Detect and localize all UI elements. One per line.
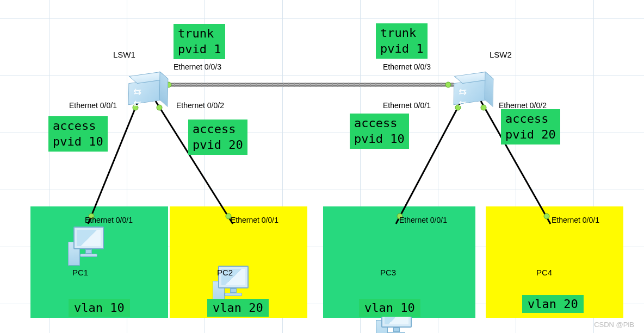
vlan-label: vlan 10 [359,299,420,317]
port-mode-tag: trunk pvid 1 [174,24,225,59]
vlan-label: vlan 10 [69,299,130,317]
port-mode-tag: access pvid 20 [501,109,560,144]
switch-label: LSW2 [490,50,512,59]
port-mode-tag: access pvid 10 [48,116,108,152]
switch-icon: ⇆⇆ [454,81,486,103]
pc-label: PC1 [72,268,88,277]
port-label: Ethernet 0/0/1 [383,101,431,110]
port-label: Ethernet 0/0/1 [85,216,133,224]
port-label: Ethernet 0/0/3 [383,62,431,71]
port-mode-tag: access pvid 10 [350,114,409,149]
pc-label: PC2 [217,268,233,277]
port-label: Ethernet 0/0/3 [174,62,221,71]
pc-icon [69,227,108,266]
port-label: Ethernet 0/0/1 [552,216,599,224]
pc-label: PC3 [380,268,396,277]
watermark: CSDN @PiB [594,321,634,329]
pc-label: PC4 [536,268,552,277]
port-mode-tag: access pvid 20 [188,120,247,155]
port-mode-tag: trunk pvid 1 [376,23,428,59]
port-label: Ethernet 0/0/1 [231,216,278,224]
switch-label: LSW1 [113,50,135,59]
port-label: Ethernet 0/0/2 [499,101,547,110]
port-label: Ethernet 0/0/1 [399,216,447,224]
switch-icon: ⇆⇆ [128,81,161,103]
vlan-label: vlan 20 [522,295,584,313]
port-label: Ethernet 0/0/2 [176,101,224,110]
vlan-label: vlan 20 [207,299,269,317]
port-label: Ethernet 0/0/1 [69,101,117,110]
